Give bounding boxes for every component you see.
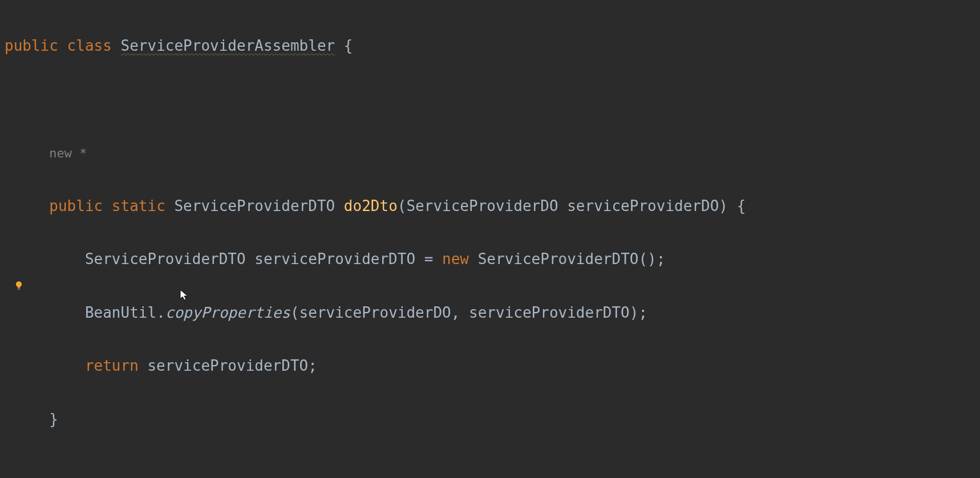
param-name: serviceProviderDO: [567, 197, 719, 214]
keyword-public: public: [5, 37, 58, 54]
code-line[interactable]: return serviceProviderDTO;: [5, 353, 975, 379]
keyword-public: public: [49, 197, 103, 214]
class-ref: BeanUtil: [85, 304, 156, 321]
param-type: ServiceProviderDO: [406, 197, 558, 214]
code-line[interactable]: public class ServiceProviderAssembler {: [5, 33, 975, 59]
var-name: serviceProviderDTO: [254, 250, 415, 268]
comma: ,: [451, 304, 460, 321]
constructor-name: ServiceProviderDTO: [478, 250, 639, 268]
inlay-hint-line[interactable]: new *: [5, 139, 975, 166]
semicolon: ;: [657, 250, 666, 268]
inlay-hint-new[interactable]: new *: [49, 146, 87, 160]
paren-close: ): [719, 197, 728, 214]
paren-open: (: [290, 304, 299, 321]
svg-rect-1: [18, 289, 19, 290]
equals: =: [424, 250, 434, 268]
keyword-class: class: [67, 37, 112, 54]
svg-rect-0: [18, 289, 21, 289]
arg: serviceProviderDO: [299, 304, 451, 321]
parens: (): [638, 250, 656, 268]
code-line[interactable]: public static ServiceProviderDTO do2Dto(…: [5, 193, 975, 220]
return-var: serviceProviderDTO: [147, 357, 308, 374]
dot: .: [156, 304, 165, 321]
class-name-token: ServiceProviderAssembler: [121, 37, 335, 54]
paren-close: ): [630, 304, 639, 321]
keyword-new: new: [442, 250, 469, 268]
var-type: ServiceProviderDTO: [85, 250, 246, 268]
arg: serviceProviderDTO: [469, 304, 630, 321]
code-line[interactable]: BeanUtil.copyProperties(serviceProviderD…: [5, 299, 975, 326]
method-name-token: do2Dto: [344, 197, 398, 214]
semicolon: ;: [308, 357, 317, 374]
return-type: ServiceProviderDTO: [174, 197, 335, 214]
code-line[interactable]: }: [5, 406, 975, 433]
code-line[interactable]: ServiceProviderDTO serviceProviderDTO = …: [5, 246, 975, 273]
semicolon: ;: [638, 304, 647, 321]
code-line-empty[interactable]: [5, 86, 975, 112]
code-editor[interactable]: public class ServiceProviderAssembler { …: [0, 0, 980, 478]
brace-close: }: [49, 411, 58, 428]
keyword-static: static: [112, 197, 165, 214]
brace-open: {: [344, 37, 353, 54]
keyword-return: return: [85, 357, 139, 374]
paren-open: (: [398, 197, 407, 214]
static-method-call: copyProperties: [165, 304, 290, 321]
brace-open: {: [737, 197, 746, 214]
code-line-empty[interactable]: [5, 460, 975, 478]
intention-bulb-icon[interactable]: [14, 277, 24, 297]
